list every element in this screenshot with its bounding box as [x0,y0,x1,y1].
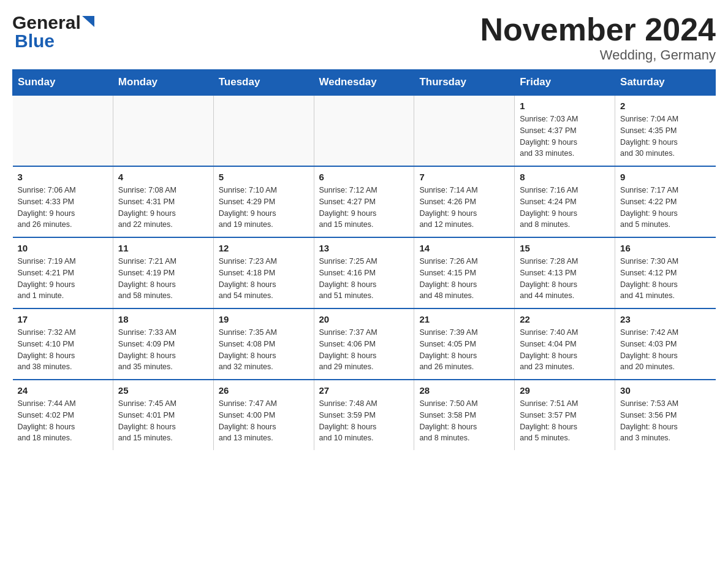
calendar-cell: 2Sunrise: 7:04 AM Sunset: 4:35 PM Daylig… [615,95,716,166]
day-info: Sunrise: 7:45 AM Sunset: 4:01 PM Dayligh… [118,398,208,444]
day-number: 9 [620,172,710,182]
day-info: Sunrise: 7:40 AM Sunset: 4:04 PM Dayligh… [520,327,610,373]
day-info: Sunrise: 7:39 AM Sunset: 4:05 PM Dayligh… [419,327,509,373]
svg-marker-0 [82,16,94,27]
calendar-cell: 18Sunrise: 7:33 AM Sunset: 4:09 PM Dayli… [113,308,213,380]
day-number: 4 [118,172,208,182]
calendar-cell: 27Sunrise: 7:48 AM Sunset: 3:59 PM Dayli… [314,380,414,450]
header-friday: Friday [515,70,615,96]
day-number: 6 [319,172,409,182]
day-info: Sunrise: 7:37 AM Sunset: 4:06 PM Dayligh… [319,327,409,373]
calendar-cell: 23Sunrise: 7:42 AM Sunset: 4:03 PM Dayli… [615,308,716,380]
calendar-cell: 16Sunrise: 7:30 AM Sunset: 4:12 PM Dayli… [615,237,716,308]
day-number: 23 [620,314,710,324]
calendar-cell: 9Sunrise: 7:17 AM Sunset: 4:22 PM Daylig… [615,166,716,237]
day-info: Sunrise: 7:06 AM Sunset: 4:33 PM Dayligh… [18,185,108,231]
calendar-cell: 28Sunrise: 7:50 AM Sunset: 3:58 PM Dayli… [414,380,515,450]
day-number: 21 [419,314,509,324]
calendar-cell: 12Sunrise: 7:23 AM Sunset: 4:18 PM Dayli… [213,237,314,308]
calendar-week-row: 24Sunrise: 7:44 AM Sunset: 4:02 PM Dayli… [13,380,716,450]
header-monday: Monday [113,70,213,96]
calendar-cell: 6Sunrise: 7:12 AM Sunset: 4:27 PM Daylig… [314,166,414,237]
day-number: 2 [620,101,710,111]
calendar-cell: 7Sunrise: 7:14 AM Sunset: 4:26 PM Daylig… [414,166,515,237]
day-number: 3 [18,172,108,182]
logo-general: General [12,12,81,33]
calendar-cell: 14Sunrise: 7:26 AM Sunset: 4:15 PM Dayli… [414,237,515,308]
day-number: 27 [319,385,409,396]
day-info: Sunrise: 7:35 AM Sunset: 4:08 PM Dayligh… [219,327,309,373]
logo-blue: Blue [15,31,55,51]
day-number: 25 [118,385,208,396]
logo: General Blue [12,12,94,52]
calendar-cell: 22Sunrise: 7:40 AM Sunset: 4:04 PM Dayli… [515,308,615,380]
day-info: Sunrise: 7:03 AM Sunset: 4:37 PM Dayligh… [520,113,610,159]
calendar-title: November 2024 [480,12,716,47]
day-info: Sunrise: 7:17 AM Sunset: 4:22 PM Dayligh… [620,185,710,231]
day-number: 24 [18,385,108,396]
header-thursday: Thursday [414,70,515,96]
day-number: 10 [18,243,108,253]
day-number: 14 [419,243,509,253]
calendar-cell: 11Sunrise: 7:21 AM Sunset: 4:19 PM Dayli… [113,237,213,308]
calendar-cell: 13Sunrise: 7:25 AM Sunset: 4:16 PM Dayli… [314,237,414,308]
day-info: Sunrise: 7:50 AM Sunset: 3:58 PM Dayligh… [419,398,509,444]
header-wednesday: Wednesday [314,70,414,96]
calendar-cell [213,95,314,166]
day-number: 12 [219,243,309,253]
calendar-cell: 25Sunrise: 7:45 AM Sunset: 4:01 PM Dayli… [113,380,213,450]
day-info: Sunrise: 7:32 AM Sunset: 4:10 PM Dayligh… [18,327,108,373]
page-header: General Blue November 2024 Wedding, Germ… [12,12,716,63]
day-info: Sunrise: 7:10 AM Sunset: 4:29 PM Dayligh… [219,185,309,231]
day-info: Sunrise: 7:23 AM Sunset: 4:18 PM Dayligh… [219,256,309,302]
day-number: 17 [18,314,108,324]
calendar-cell [314,95,414,166]
day-info: Sunrise: 7:42 AM Sunset: 4:03 PM Dayligh… [620,327,710,373]
day-info: Sunrise: 7:33 AM Sunset: 4:09 PM Dayligh… [118,327,208,373]
day-info: Sunrise: 7:28 AM Sunset: 4:13 PM Dayligh… [520,256,610,302]
day-info: Sunrise: 7:25 AM Sunset: 4:16 PM Dayligh… [319,256,409,302]
header-sunday: Sunday [13,70,113,96]
day-number: 28 [419,385,509,396]
calendar-week-row: 10Sunrise: 7:19 AM Sunset: 4:21 PM Dayli… [13,237,716,308]
day-info: Sunrise: 7:48 AM Sunset: 3:59 PM Dayligh… [319,398,409,444]
header-tuesday: Tuesday [213,70,314,96]
day-info: Sunrise: 7:04 AM Sunset: 4:35 PM Dayligh… [620,113,710,159]
day-info: Sunrise: 7:26 AM Sunset: 4:15 PM Dayligh… [419,256,509,302]
day-number: 26 [219,385,309,396]
day-number: 29 [520,385,610,396]
day-number: 15 [520,243,610,253]
day-number: 5 [219,172,309,182]
calendar-cell [13,95,113,166]
day-number: 7 [419,172,509,182]
day-number: 18 [118,314,208,324]
day-info: Sunrise: 7:19 AM Sunset: 4:21 PM Dayligh… [18,256,108,302]
calendar-cell: 5Sunrise: 7:10 AM Sunset: 4:29 PM Daylig… [213,166,314,237]
day-number: 1 [520,101,610,111]
day-number: 20 [319,314,409,324]
day-number: 19 [219,314,309,324]
calendar-week-row: 17Sunrise: 7:32 AM Sunset: 4:10 PM Dayli… [13,308,716,380]
calendar-table: Sunday Monday Tuesday Wednesday Thursday… [12,69,716,450]
day-info: Sunrise: 7:12 AM Sunset: 4:27 PM Dayligh… [319,185,409,231]
calendar-cell: 10Sunrise: 7:19 AM Sunset: 4:21 PM Dayli… [13,237,113,308]
calendar-cell: 15Sunrise: 7:28 AM Sunset: 4:13 PM Dayli… [515,237,615,308]
calendar-cell: 20Sunrise: 7:37 AM Sunset: 4:06 PM Dayli… [314,308,414,380]
day-info: Sunrise: 7:08 AM Sunset: 4:31 PM Dayligh… [118,185,208,231]
calendar-cell: 30Sunrise: 7:53 AM Sunset: 3:56 PM Dayli… [615,380,716,450]
calendar-subtitle: Wedding, Germany [480,47,716,63]
calendar-cell: 21Sunrise: 7:39 AM Sunset: 4:05 PM Dayli… [414,308,515,380]
day-info: Sunrise: 7:30 AM Sunset: 4:12 PM Dayligh… [620,256,710,302]
logo-triangle-icon [82,16,94,29]
day-number: 22 [520,314,610,324]
calendar-week-row: 1Sunrise: 7:03 AM Sunset: 4:37 PM Daylig… [13,95,716,166]
day-info: Sunrise: 7:21 AM Sunset: 4:19 PM Dayligh… [118,256,208,302]
calendar-cell: 29Sunrise: 7:51 AM Sunset: 3:57 PM Dayli… [515,380,615,450]
day-number: 8 [520,172,610,182]
calendar-week-row: 3Sunrise: 7:06 AM Sunset: 4:33 PM Daylig… [13,166,716,237]
day-number: 30 [620,385,710,396]
calendar-cell [113,95,213,166]
calendar-cell: 4Sunrise: 7:08 AM Sunset: 4:31 PM Daylig… [113,166,213,237]
day-number: 16 [620,243,710,253]
day-info: Sunrise: 7:47 AM Sunset: 4:00 PM Dayligh… [219,398,309,444]
